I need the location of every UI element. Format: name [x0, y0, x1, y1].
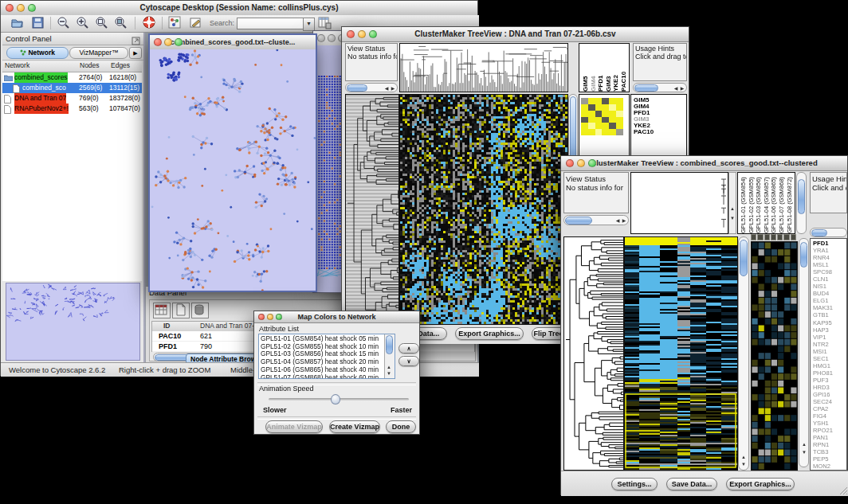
save-icon[interactable] [31, 16, 45, 30]
matrix-cell[interactable] [616, 129, 623, 135]
zoom-button[interactable] [276, 314, 282, 320]
gene-label[interactable]: NTR2 [813, 341, 833, 348]
tab-network[interactable]: Network [6, 47, 69, 59]
gene-label[interactable]: MSL1 [813, 261, 833, 268]
matrix-cell[interactable] [609, 104, 616, 111]
gene-label[interactable]: NIS1 [813, 283, 833, 290]
gene-label[interactable]: PAN1 [813, 434, 833, 441]
close-button[interactable] [317, 34, 325, 42]
matrix-cell[interactable] [602, 123, 609, 129]
gene-label[interactable]: PFD1 [813, 240, 833, 247]
tv1-heatmap[interactable] [399, 94, 568, 325]
network-row[interactable]: RNAPuberNov2+!563(0)107847(0) [2, 104, 142, 114]
matrix-cell[interactable] [609, 117, 616, 123]
minimize-button[interactable] [328, 34, 336, 42]
help-icon[interactable] [143, 16, 157, 30]
attribute-list[interactable]: GPL51-01 (GSM854) heat shock 05 minGPL51… [258, 334, 395, 379]
col-network[interactable]: Network [5, 61, 29, 69]
matrix-cell[interactable] [588, 98, 595, 104]
tv1-usage-scrollbar[interactable]: ◀▶ [633, 83, 687, 92]
gene-label[interactable]: MAK31 [813, 304, 833, 311]
gpl-column-label[interactable]: GPL51-04 (GSM857) [763, 174, 770, 233]
matrix-cell[interactable] [581, 117, 588, 123]
gpl-column-label[interactable]: GPL51-06 (GSM865) [770, 174, 777, 233]
gene-label[interactable]: FIG4 [813, 412, 833, 420]
gene-label[interactable]: RPN1 [813, 441, 833, 448]
done-button[interactable]: Done [386, 420, 416, 433]
matrix-cell[interactable] [602, 111, 609, 117]
tab-overflow-arrow[interactable]: ▶ [129, 47, 142, 59]
matrix-cell[interactable] [602, 129, 609, 135]
matrix-cell[interactable] [602, 98, 609, 104]
matrix-cell[interactable] [581, 129, 588, 135]
zoom-selected-icon[interactable] [95, 16, 109, 30]
matrix-cell[interactable] [616, 104, 623, 111]
gene-label[interactable]: SEC1 [813, 355, 833, 362]
delete-attribute-icon[interactable] [191, 303, 209, 318]
network-row[interactable]: DNA and Tran 07769(0)183728(0) [2, 93, 142, 104]
gene-label[interactable]: GPI16 [813, 391, 833, 398]
gpl-column-label[interactable]: GPL51-08 (GSM872) [786, 174, 793, 233]
tv2-column-dendrogram[interactable] [630, 172, 728, 234]
gene-label[interactable]: KAP95 [813, 319, 833, 326]
network-row-name[interactable]: RNAPuberNov2+! [14, 104, 69, 114]
gene-label[interactable]: MSI1 [813, 348, 833, 355]
tv2-usage-scrollbar[interactable] [810, 228, 847, 237]
matrix-cell[interactable] [588, 129, 595, 135]
matrix-cell[interactable] [581, 111, 588, 117]
col-edges[interactable]: Edges [111, 61, 130, 69]
gene-label[interactable]: SEC24 [813, 398, 833, 405]
export-table-icon[interactable] [318, 16, 332, 30]
tv1-row-label[interactable]: PAC10 [634, 129, 654, 135]
tv2-zoom-heatmap[interactable] [751, 241, 798, 471]
tv2-settings-button[interactable]: Settings... [611, 478, 658, 490]
gpl-column-label[interactable]: GPL51-03 (GSM856) [755, 174, 762, 233]
close-button[interactable] [566, 159, 574, 167]
zoom-fit-icon[interactable] [114, 16, 128, 30]
gene-label[interactable]: PEP5 [813, 455, 833, 463]
zoom-out-icon[interactable] [57, 16, 71, 30]
attribute-item[interactable]: GPL51-07 (GSM868) heat shock 60 min [261, 374, 384, 379]
matrix-cell[interactable] [581, 123, 588, 129]
zoom-button[interactable] [369, 30, 377, 38]
search-input[interactable] [237, 18, 306, 29]
network-row[interactable]: combined_scores2764(0)16218(0) [2, 72, 142, 83]
minimize-button[interactable] [358, 30, 366, 38]
matrix-cell[interactable] [616, 111, 623, 117]
annotation-icon[interactable] [189, 16, 203, 30]
network-overview-panel[interactable] [6, 283, 140, 361]
matrix-cell[interactable] [595, 111, 603, 117]
tv2-coltree-arrows[interactable]: ▲▼ [728, 172, 736, 234]
matrix-cell[interactable] [595, 98, 603, 104]
matrix-cell[interactable] [581, 98, 588, 104]
minimize-button[interactable] [17, 4, 25, 12]
tv2-status-scrollbar[interactable]: ◀▶ [563, 215, 629, 225]
create-vizmap-button[interactable]: Create Vizmap [329, 420, 380, 433]
animate-vizmap-button[interactable]: Animate Vizmap [265, 420, 323, 433]
tv1-column-label[interactable]: PFD1 [597, 45, 604, 92]
new-attribute-icon[interactable] [172, 303, 190, 318]
gene-label[interactable]: TCB3 [813, 448, 833, 455]
network-row-name[interactable]: combined_sco [22, 83, 66, 93]
tv1-column-label[interactable]: YKE2 [612, 45, 619, 92]
matrix-cell[interactable] [595, 104, 603, 111]
gene-label[interactable]: ELG1 [813, 297, 833, 304]
vizmapper-icon[interactable] [168, 16, 183, 30]
tv1-column-dendrogram[interactable] [399, 43, 568, 92]
zoom-in-icon[interactable] [76, 16, 90, 30]
gene-label[interactable]: CPA2 [813, 405, 833, 412]
matrix-cell[interactable] [609, 129, 616, 135]
gene-label[interactable]: RNR4 [813, 254, 833, 261]
col-nodes[interactable]: Nodes [80, 61, 100, 69]
tab-vizmapper[interactable]: VizMapper™ [69, 47, 128, 59]
gene-label[interactable]: MON2 [813, 463, 833, 470]
network-row-name[interactable]: DNA and Tran 07 [14, 93, 66, 104]
gpl-column-label[interactable]: GPL51-01 (GSM854) [740, 174, 747, 233]
close-button[interactable] [347, 30, 355, 38]
gene-label[interactable]: YRA1 [813, 247, 833, 254]
matrix-cell[interactable] [609, 111, 616, 117]
tv1-row-dendrogram[interactable] [345, 94, 399, 325]
treeview1-titlebar[interactable]: ClusterMaker TreeView : DNA and Tran 07-… [342, 27, 689, 42]
dp-col-id[interactable]: ID [163, 322, 171, 330]
gene-label[interactable]: CLN1 [813, 275, 833, 283]
